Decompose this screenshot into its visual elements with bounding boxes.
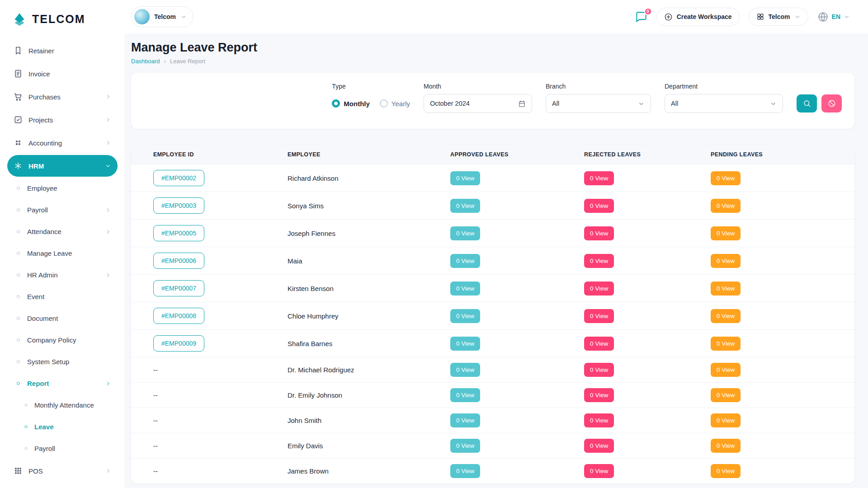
ring-icon xyxy=(15,380,21,386)
sidebar-item-purchases[interactable]: Purchases xyxy=(7,86,118,108)
sidebar-item-monthly-attendance[interactable]: Monthly Attendance xyxy=(7,395,118,415)
pending-leaves-view-button[interactable]: 0 View xyxy=(711,439,741,453)
department-select[interactable]: All xyxy=(665,94,783,113)
employee-id-button[interactable]: #EMP00008 xyxy=(153,308,204,324)
rejected-leaves-view-button[interactable]: 0 View xyxy=(584,171,614,185)
globe-icon xyxy=(817,11,829,23)
sidebar-item-invoice[interactable]: Invoice xyxy=(7,63,118,84)
sidebar-item-event[interactable]: Event xyxy=(7,286,118,307)
branch-select[interactable]: All xyxy=(546,94,651,113)
rejected-leaves-view-button[interactable]: 0 View xyxy=(584,413,614,427)
chevron-right-icon xyxy=(105,140,111,146)
sidebar-item-payroll[interactable]: Payroll xyxy=(7,438,118,459)
rejected-leaves-view-button[interactable]: 0 View xyxy=(584,363,614,377)
pending-leaves-view-button[interactable]: 0 View xyxy=(711,171,741,185)
approved-leaves-view-button[interactable]: 0 View xyxy=(450,282,480,296)
pending-leaves-view-button[interactable]: 0 View xyxy=(711,413,741,427)
rejected-leaves-view-button[interactable]: 0 View xyxy=(584,439,614,453)
pending-leaves-view-button[interactable]: 0 View xyxy=(711,254,741,268)
employee-id-button[interactable]: #EMP00003 xyxy=(153,197,204,214)
approved-leaves-view-button[interactable]: 0 View xyxy=(450,464,480,478)
sidebar-item-label: Company Policy xyxy=(27,336,76,344)
create-workspace-button[interactable]: Create Workspace xyxy=(656,8,740,26)
sidebar-item-document[interactable]: Document xyxy=(7,308,118,328)
approved-leaves-view-button[interactable]: 0 View xyxy=(450,309,480,323)
brand-logo[interactable]: TELCOM xyxy=(0,0,125,38)
approved-leaves-view-button[interactable]: 0 View xyxy=(450,388,480,402)
rejected-leaves-view-button[interactable]: 0 View xyxy=(584,309,614,323)
search-button[interactable] xyxy=(797,94,817,113)
employee-name: John Smith xyxy=(288,417,321,424)
approved-leaves-view-button[interactable]: 0 View xyxy=(450,199,480,213)
employee-id-button[interactable]: #EMP00006 xyxy=(153,253,204,269)
sidebar-item-payroll[interactable]: Payroll xyxy=(7,200,118,220)
sidebar-item-leave[interactable]: Leave xyxy=(7,417,118,437)
month-input[interactable]: October 2024 xyxy=(424,94,532,113)
pending-leaves-view-button[interactable]: 0 View xyxy=(711,363,741,377)
sidebar-item-hr-admin[interactable]: HR Admin xyxy=(7,265,118,285)
employee-name: Joseph Fiennes xyxy=(288,230,335,237)
sidebar-item-report[interactable]: Report xyxy=(7,373,118,394)
pending-leaves-view-button[interactable]: 0 View xyxy=(711,464,741,478)
sidebar-item-retainer[interactable]: Retainer xyxy=(7,40,118,61)
table-row: --Dr. Michael Rodriguez0 View0 View0 Vie… xyxy=(131,357,854,383)
chevron-right-icon xyxy=(105,94,111,100)
rejected-leaves-view-button[interactable]: 0 View xyxy=(584,254,614,268)
sidebar-item-attendance[interactable]: Attendance xyxy=(7,221,118,242)
workspace-selector[interactable]: Telcom xyxy=(131,6,193,27)
messages-button[interactable]: 0 xyxy=(635,11,647,23)
employee-id-button[interactable]: #EMP00009 xyxy=(153,335,204,352)
search-icon xyxy=(803,99,811,108)
chevron-down-icon xyxy=(105,163,111,169)
sidebar-item-employee[interactable]: Employee xyxy=(7,178,118,198)
approved-leaves-view-button[interactable]: 0 View xyxy=(450,439,480,453)
sidebar-item-accounting[interactable]: Accounting xyxy=(7,132,118,154)
messages-badge: 0 xyxy=(644,8,652,15)
employee-id-button[interactable]: #EMP00007 xyxy=(153,280,204,296)
table-body: #EMP00002Richard Atkinson0 View0 View0 V… xyxy=(131,164,854,484)
pending-leaves-view-button[interactable]: 0 View xyxy=(711,226,741,240)
cart-icon xyxy=(14,92,23,101)
rejected-leaves-view-button[interactable]: 0 View xyxy=(584,388,614,402)
rejected-leaves-view-button[interactable]: 0 View xyxy=(584,337,614,351)
sidebar-item-system-setup[interactable]: System Setup xyxy=(7,352,118,372)
rejected-leaves-view-button[interactable]: 0 View xyxy=(584,226,614,240)
clipboard-check-icon xyxy=(14,115,23,124)
radio-monthly[interactable]: Monthly xyxy=(332,99,370,108)
branch-value: All xyxy=(552,100,559,107)
chevron-down-icon xyxy=(844,14,850,20)
sidebar-item-projects[interactable]: Projects xyxy=(7,109,118,131)
employee-id-button[interactable]: #EMP00005 xyxy=(153,225,204,241)
pending-leaves-view-button[interactable]: 0 View xyxy=(711,282,741,296)
main-content: Manage Leave Report Dashboard › Leave Re… xyxy=(125,33,868,488)
employee-name: Sonya Sims xyxy=(288,202,324,210)
filter-buttons xyxy=(797,94,842,113)
rejected-leaves-view-button[interactable]: 0 View xyxy=(584,464,614,478)
pending-leaves-view-button[interactable]: 0 View xyxy=(711,199,741,213)
chevron-right-icon xyxy=(105,380,111,387)
radio-yearly[interactable]: Yearly xyxy=(380,99,410,108)
pending-leaves-view-button[interactable]: 0 View xyxy=(711,388,741,402)
workspace-switcher[interactable]: Telcom xyxy=(749,8,808,26)
pending-leaves-view-button[interactable]: 0 View xyxy=(711,337,741,351)
sidebar-item-company-policy[interactable]: Company Policy xyxy=(7,330,118,350)
approved-leaves-view-button[interactable]: 0 View xyxy=(450,254,480,268)
breadcrumb-dashboard-link[interactable]: Dashboard xyxy=(131,58,160,65)
rejected-leaves-view-button[interactable]: 0 View xyxy=(584,199,614,213)
language-selector[interactable]: EN xyxy=(817,11,850,23)
sidebar-item-hrm[interactable]: HRM xyxy=(7,155,118,177)
approved-leaves-view-button[interactable]: 0 View xyxy=(450,226,480,240)
reset-filter-button[interactable] xyxy=(821,94,842,113)
employee-id-button[interactable]: #EMP00002 xyxy=(153,170,204,186)
pending-leaves-view-button[interactable]: 0 View xyxy=(711,309,741,323)
sidebar-item-pos[interactable]: POS xyxy=(7,460,118,482)
approved-leaves-view-button[interactable]: 0 View xyxy=(450,171,480,185)
approved-leaves-view-button[interactable]: 0 View xyxy=(450,337,480,351)
sidebar-item-manage-leave[interactable]: Manage Leave xyxy=(7,243,118,263)
radio-monthly-label: Monthly xyxy=(344,100,370,108)
rejected-leaves-view-button[interactable]: 0 View xyxy=(584,282,614,296)
workspace-name: Telcom xyxy=(154,13,176,20)
chevron-right-icon xyxy=(105,229,111,235)
approved-leaves-view-button[interactable]: 0 View xyxy=(450,363,480,377)
approved-leaves-view-button[interactable]: 0 View xyxy=(450,413,480,427)
